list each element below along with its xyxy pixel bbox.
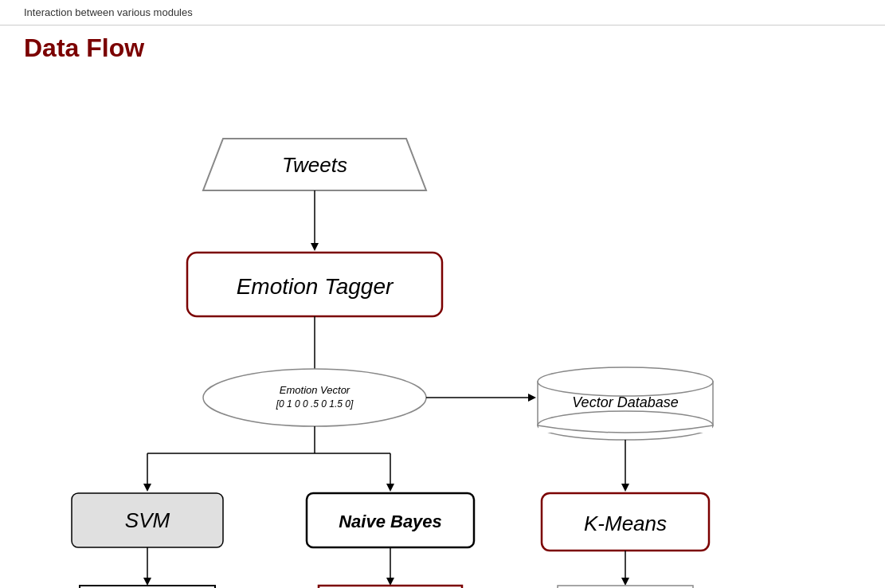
emotion-vector-sub: [0 1 0 0 .5 0 1.5 0]: [276, 398, 354, 410]
svg-marker-24: [386, 484, 394, 492]
emotion-vector-label: Emotion Vector: [280, 384, 350, 396]
page-title: Data Flow: [0, 25, 885, 63]
kmeans-label: K-Means: [584, 512, 667, 535]
diagram-svg: Tweets Emotion Tagger Emotion Vector [0 …: [0, 63, 885, 588]
svg-marker-2: [311, 243, 319, 251]
svg-point-6: [203, 369, 426, 426]
emotion-tagger-label: Emotion Tagger: [237, 274, 394, 299]
vector-database-label: Vector Database: [572, 394, 678, 410]
svg-marker-22: [143, 484, 151, 492]
svg-marker-14: [621, 484, 629, 492]
top-bar-label: Interaction between various modules: [24, 6, 193, 18]
svg-point-10: [538, 367, 713, 396]
svg-marker-27: [143, 578, 151, 586]
svg-marker-31: [386, 578, 394, 586]
svg-marker-8: [528, 394, 536, 402]
naive-bayes-label: Naive Bayes: [339, 512, 442, 531]
top-bar: Interaction between various modules: [0, 0, 885, 25]
svm-label: SVM: [125, 508, 170, 532]
svg-marker-17: [621, 578, 629, 586]
tweets-label: Tweets: [282, 153, 347, 177]
diagram-area: Tweets Emotion Tagger Emotion Vector [0 …: [0, 63, 885, 588]
